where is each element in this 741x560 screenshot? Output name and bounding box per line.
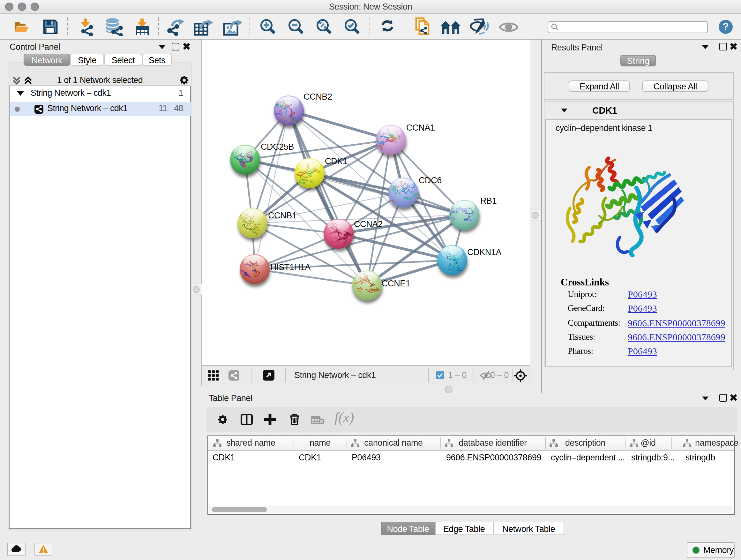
svg-text:CCNB1: CCNB1 [268, 211, 297, 220]
svg-text:CCNA1: CCNA1 [406, 123, 435, 132]
svg-text:CDKN1A: CDKN1A [467, 247, 502, 257]
svg-text:CCNB2: CCNB2 [304, 92, 332, 102]
svg-text:CDC6: CDC6 [419, 176, 442, 185]
svg-text:CDC25B: CDC25B [261, 142, 294, 152]
svg-text:HIST1H1A: HIST1H1A [270, 262, 311, 272]
svg-text:CDK1: CDK1 [325, 157, 347, 166]
svg-text:CCNA2: CCNA2 [354, 219, 383, 229]
svg-text:RB1: RB1 [480, 196, 496, 206]
svg-text:CCNE1: CCNE1 [382, 279, 410, 288]
